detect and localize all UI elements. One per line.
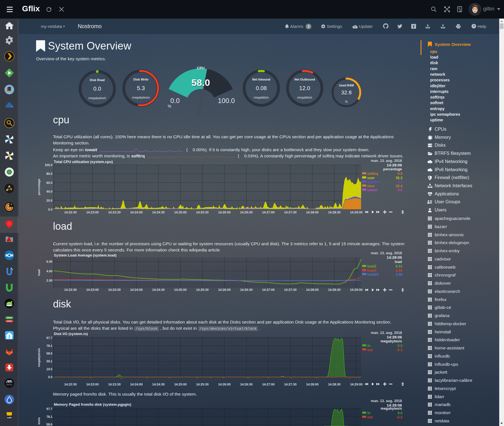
svg-text:14:25:30: 14:25:30 xyxy=(196,383,209,386)
svg-text:19.5: 19.5 xyxy=(47,367,52,371)
svg-text:60.0: 60.0 xyxy=(47,181,52,184)
svg-text:14:27:00: 14:27:00 xyxy=(262,211,275,214)
svg-text:man. 13. aug. 2018: man. 13. aug. 2018 xyxy=(371,331,402,335)
svg-text:78.1: 78.1 xyxy=(47,344,52,347)
svg-text:14:27:00: 14:27:00 xyxy=(262,288,275,291)
svg-text:14:26:00: 14:26:00 xyxy=(218,383,231,386)
svg-text:14:26:30: 14:26:30 xyxy=(240,211,253,214)
svg-text:2.00: 2.00 xyxy=(47,279,52,282)
svg-text:megabytes/s: megabytes/s xyxy=(381,407,402,411)
svg-text:14:23:00: 14:23:00 xyxy=(86,383,99,386)
svg-text:14:23:30: 14:23:30 xyxy=(108,383,121,386)
svg-text:%: % xyxy=(345,100,348,103)
svg-text:40.0: 40.0 xyxy=(47,190,52,193)
svg-text:100.0: 100.0 xyxy=(45,163,52,167)
svg-text:-5.2: -5.2 xyxy=(396,415,403,419)
svg-text:32.8: 32.8 xyxy=(341,90,352,95)
svg-text:14:25:30: 14:25:30 xyxy=(196,211,209,214)
svg-text:58.6: 58.6 xyxy=(47,352,52,355)
svg-text:0.0: 0.0 xyxy=(48,208,52,211)
svg-text:man. 13. aug. 2018: man. 13. aug. 2018 xyxy=(371,159,402,163)
svg-text:14:29:00: 14:29:00 xyxy=(350,288,362,291)
svg-text:0.0: 0.0 xyxy=(398,188,403,192)
svg-text:load: load xyxy=(395,260,402,264)
svg-text:14:29:00: 14:29:00 xyxy=(350,383,362,386)
svg-text:tes/s: tes/s xyxy=(37,417,41,424)
svg-text:78.1: 78.1 xyxy=(47,415,52,418)
svg-text:14:23:00: 14:23:00 xyxy=(86,211,99,214)
svg-text:0.0: 0.0 xyxy=(398,344,403,348)
svg-text:14:25:00: 14:25:00 xyxy=(174,211,187,214)
svg-text:percentage: percentage xyxy=(37,179,41,195)
svg-text:14:22:30: 14:22:30 xyxy=(64,383,77,386)
svg-text:Disk Read: Disk Read xyxy=(90,78,105,82)
svg-text:100.0: 100.0 xyxy=(218,97,235,104)
svg-text:Net Inbound: Net Inbound xyxy=(252,78,270,81)
svg-text:14:27:00: 14:27:00 xyxy=(262,383,275,386)
svg-text:iowait: iowait xyxy=(367,188,377,192)
svg-text:14:29:00: 14:29:00 xyxy=(350,211,362,214)
svg-text:14:23:30: 14:23:30 xyxy=(108,211,121,214)
svg-text:load: load xyxy=(37,269,41,276)
svg-text:2.3: 2.3 xyxy=(398,180,403,184)
svg-text:58.0: 58.0 xyxy=(191,77,210,88)
svg-text:megabits/s: megabits/s xyxy=(297,96,312,99)
svg-text:14:29:05: 14:29:05 xyxy=(387,255,402,260)
svg-text:5.3: 5.3 xyxy=(137,85,145,91)
svg-text:14:26:30: 14:26:30 xyxy=(240,383,253,386)
svg-text:0.0: 0.0 xyxy=(398,172,403,176)
svg-text:14:24:30: 14:24:30 xyxy=(152,211,165,214)
svg-text:35.3: 35.3 xyxy=(396,176,403,180)
svg-text:14:28:00: 14:28:00 xyxy=(306,383,319,386)
svg-text:0.0: 0.0 xyxy=(93,86,101,92)
svg-text:Net Outbound: Net Outbound xyxy=(294,78,315,81)
svg-text:39.1: 39.1 xyxy=(47,360,52,363)
svg-text:2.06: 2.06 xyxy=(396,273,403,276)
svg-text:softirq: softirq xyxy=(367,172,378,176)
svg-text:percentage: percentage xyxy=(383,167,402,171)
svg-text:14:22:30: 14:22:30 xyxy=(64,211,77,214)
svg-text:14:28:00: 14:28:00 xyxy=(306,211,319,214)
svg-text:20.0: 20.0 xyxy=(47,199,52,202)
svg-text:System Load Average (system.lo: System Load Average (system.load) xyxy=(54,253,116,257)
svg-text:?: ? xyxy=(473,24,475,28)
svg-text:14:26:00: 14:26:00 xyxy=(218,211,231,214)
svg-text:6.00: 6.00 xyxy=(47,260,52,263)
svg-text:load5: load5 xyxy=(367,269,377,273)
svg-text:Disk I/O (system.io): Disk I/O (system.io) xyxy=(54,332,88,336)
svg-text:80.0: 80.0 xyxy=(47,172,52,175)
svg-text:14:25:30: 14:25:30 xyxy=(196,288,209,291)
svg-text:14:29:06: 14:29:06 xyxy=(387,163,402,167)
svg-text:14:24:00: 14:24:00 xyxy=(130,211,143,214)
svg-text:0.0: 0.0 xyxy=(170,97,180,104)
svg-text:in: in xyxy=(367,344,370,348)
svg-text:load1: load1 xyxy=(367,264,377,268)
svg-text:librarian: librarian xyxy=(6,384,12,385)
svg-text:14:24:30: 14:24:30 xyxy=(152,383,165,386)
svg-text:megabytes/s: megabytes/s xyxy=(381,339,402,343)
svg-text:97.7: 97.7 xyxy=(47,407,52,411)
svg-text:megabytes/s: megabytes/s xyxy=(132,96,150,99)
svg-text:sab: sab xyxy=(7,416,12,419)
svg-text:14:23:30: 14:23:30 xyxy=(108,288,121,291)
svg-text:14:25:00: 14:25:00 xyxy=(174,288,187,291)
svg-text:system: system xyxy=(367,180,379,184)
svg-text:14:24:00: 14:24:00 xyxy=(130,383,143,386)
svg-text:14:28:30: 14:28:30 xyxy=(328,288,341,291)
svg-text:user: user xyxy=(367,176,375,180)
svg-text:Used RAM: Used RAM xyxy=(339,84,354,87)
svg-text:58.6: 58.6 xyxy=(47,423,52,426)
svg-text:14:26:00: 14:26:00 xyxy=(218,288,231,291)
svg-text:12.0: 12.0 xyxy=(299,85,310,91)
svg-text:14:28:30: 14:28:30 xyxy=(328,383,341,386)
svg-text:out: out xyxy=(367,415,373,419)
svg-text:load15: load15 xyxy=(367,273,379,276)
svg-text:14:24:30: 14:24:30 xyxy=(152,288,165,291)
svg-text:Disk Write: Disk Write xyxy=(133,78,149,81)
svg-text:megabytes/s: megabytes/s xyxy=(89,96,106,100)
svg-text:in: in xyxy=(367,411,370,415)
svg-text:14:26:30: 14:26:30 xyxy=(240,288,253,291)
svg-text:14:28:30: 14:28:30 xyxy=(328,211,341,214)
svg-text:14:23:00: 14:23:00 xyxy=(86,288,99,291)
svg-text:-5.3: -5.3 xyxy=(396,348,403,352)
